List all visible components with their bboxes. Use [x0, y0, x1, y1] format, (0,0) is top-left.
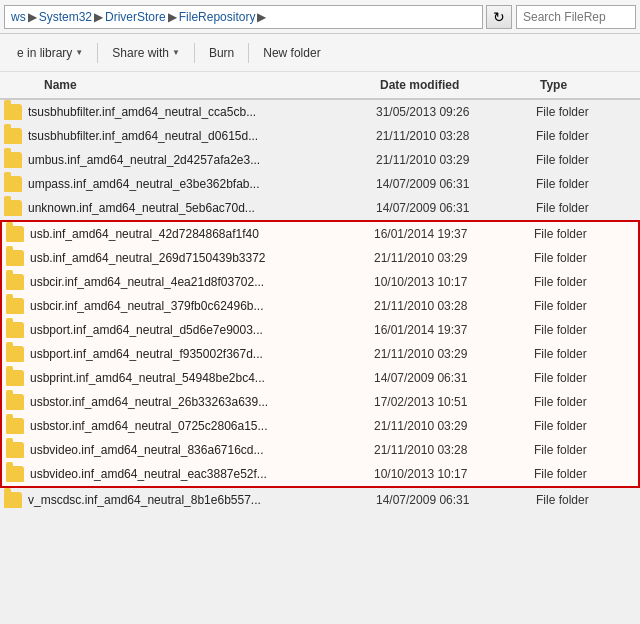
file-name: usbvideo.inf_amd64_neutral_836a6716cd... [30, 443, 374, 457]
file-type: File folder [534, 467, 634, 481]
table-row[interactable]: unknown.inf_amd64_neutral_5eb6ac70d...14… [0, 196, 640, 220]
file-type: File folder [534, 323, 634, 337]
file-type: File folder [534, 395, 634, 409]
path-ws[interactable]: ws [11, 10, 26, 24]
file-name: usbstor.inf_amd64_neutral_26b33263a639..… [30, 395, 374, 409]
folder-icon [4, 128, 22, 144]
file-date: 14/07/2009 06:31 [376, 177, 536, 191]
file-name: usbvideo.inf_amd64_neutral_eac3887e52f..… [30, 467, 374, 481]
new-folder-button[interactable]: New folder [254, 39, 329, 67]
file-name: usbstor.inf_amd64_neutral_0725c2806a15..… [30, 419, 374, 433]
folder-icon [6, 442, 24, 458]
file-type: File folder [534, 275, 634, 289]
file-type: File folder [536, 177, 636, 191]
folder-icon [6, 394, 24, 410]
table-row[interactable]: tsusbhubfilter.inf_amd64_neutral_cca5cb.… [0, 100, 640, 124]
file-list: tsusbhubfilter.inf_amd64_neutral_cca5cb.… [0, 100, 640, 624]
folder-icon [6, 346, 24, 362]
file-date: 14/07/2009 06:31 [376, 201, 536, 215]
file-name: unknown.inf_amd64_neutral_5eb6ac70d... [28, 201, 376, 215]
file-date: 16/01/2014 19:37 [374, 323, 534, 337]
file-type: File folder [534, 347, 634, 361]
table-row[interactable]: usbport.inf_amd64_neutral_d5d6e7e9003...… [2, 318, 638, 342]
table-row[interactable]: usbprint.inf_amd64_neutral_54948be2bc4..… [2, 366, 638, 390]
folder-icon [4, 152, 22, 168]
col-header-name[interactable]: Name [4, 78, 380, 92]
folder-icon [4, 176, 22, 192]
folder-icon [6, 466, 24, 482]
folder-icon [4, 200, 22, 216]
toolbar: e in library ▼ Share with ▼ Burn New fol… [0, 34, 640, 72]
refresh-button[interactable]: ↻ [486, 5, 512, 29]
table-row[interactable]: v_mscdsc.inf_amd64_neutral_8b1e6b557...1… [0, 488, 640, 512]
file-date: 10/10/2013 10:17 [374, 467, 534, 481]
file-type: File folder [536, 493, 636, 507]
file-date: 21/11/2010 03:29 [374, 251, 534, 265]
file-date: 16/01/2014 19:37 [374, 227, 534, 241]
file-date: 21/11/2010 03:28 [374, 443, 534, 457]
toolbar-divider-1 [97, 43, 98, 63]
file-type: File folder [534, 443, 634, 457]
address-bar: ws ▶ System32 ▶ DriverStore ▶ FileReposi… [0, 0, 640, 34]
organize-arrow-icon: ▼ [75, 48, 83, 57]
file-name: usb.inf_amd64_neutral_269d7150439b3372 [30, 251, 374, 265]
folder-icon [4, 492, 22, 508]
path-filerepository[interactable]: FileRepository [179, 10, 256, 24]
file-type: File folder [536, 105, 636, 119]
file-name: usbport.inf_amd64_neutral_d5d6e7e9003... [30, 323, 374, 337]
table-row[interactable]: usb.inf_amd64_neutral_42d7284868af1f4016… [2, 222, 638, 246]
file-date: 10/10/2013 10:17 [374, 275, 534, 289]
table-row[interactable]: usbvideo.inf_amd64_neutral_836a6716cd...… [2, 438, 638, 462]
table-row[interactable]: usbcir.inf_amd64_neutral_4ea21d8f03702..… [2, 270, 638, 294]
toolbar-divider-2 [194, 43, 195, 63]
share-arrow-icon: ▼ [172, 48, 180, 57]
table-row[interactable]: tsusbhubfilter.inf_amd64_neutral_d0615d.… [0, 124, 640, 148]
table-row[interactable]: usbstor.inf_amd64_neutral_26b33263a639..… [2, 390, 638, 414]
folder-icon [4, 104, 22, 120]
table-row[interactable]: usbstor.inf_amd64_neutral_0725c2806a15..… [2, 414, 638, 438]
file-name: umbus.inf_amd64_neutral_2d4257afa2e3... [28, 153, 376, 167]
burn-button[interactable]: Burn [200, 39, 243, 67]
folder-icon [6, 226, 24, 242]
file-name: tsusbhubfilter.inf_amd64_neutral_d0615d.… [28, 129, 376, 143]
table-row[interactable]: usb.inf_amd64_neutral_269d7150439b337221… [2, 246, 638, 270]
file-name: umpass.inf_amd64_neutral_e3be362bfab... [28, 177, 376, 191]
file-name: usb.inf_amd64_neutral_42d7284868af1f40 [30, 227, 374, 241]
col-header-date[interactable]: Date modified [380, 78, 540, 92]
organize-button[interactable]: e in library ▼ [8, 39, 92, 67]
path-system32[interactable]: System32 [39, 10, 92, 24]
address-path[interactable]: ws ▶ System32 ▶ DriverStore ▶ FileReposi… [4, 5, 483, 29]
file-date: 17/02/2013 10:51 [374, 395, 534, 409]
file-date: 31/05/2013 09:26 [376, 105, 536, 119]
file-type: File folder [534, 227, 634, 241]
path-driverstore[interactable]: DriverStore [105, 10, 166, 24]
folder-icon [6, 322, 24, 338]
file-type: File folder [536, 201, 636, 215]
file-date: 21/11/2010 03:29 [374, 347, 534, 361]
file-type: File folder [534, 299, 634, 313]
file-type: File folder [534, 371, 634, 385]
table-row[interactable]: usbport.inf_amd64_neutral_f935002f367d..… [2, 342, 638, 366]
file-name: usbcir.inf_amd64_neutral_4ea21d8f03702..… [30, 275, 374, 289]
search-input[interactable] [516, 5, 636, 29]
file-date: 21/11/2010 03:28 [374, 299, 534, 313]
table-row[interactable]: umbus.inf_amd64_neutral_2d4257afa2e3...2… [0, 148, 640, 172]
file-date: 21/11/2010 03:29 [376, 153, 536, 167]
file-date: 21/11/2010 03:28 [376, 129, 536, 143]
file-date: 14/07/2009 06:31 [376, 493, 536, 507]
file-name: usbport.inf_amd64_neutral_f935002f367d..… [30, 347, 374, 361]
file-name: usbcir.inf_amd64_neutral_379fb0c62496b..… [30, 299, 374, 313]
file-name: v_mscdsc.inf_amd64_neutral_8b1e6b557... [28, 493, 376, 507]
col-header-type[interactable]: Type [540, 78, 640, 92]
folder-icon [6, 370, 24, 386]
column-headers: Name Date modified Type [0, 72, 640, 100]
table-row[interactable]: usbcir.inf_amd64_neutral_379fb0c62496b..… [2, 294, 638, 318]
share-with-button[interactable]: Share with ▼ [103, 39, 189, 67]
toolbar-divider-3 [248, 43, 249, 63]
file-type: File folder [534, 419, 634, 433]
folder-icon [6, 298, 24, 314]
folder-icon [6, 418, 24, 434]
table-row[interactable]: usbvideo.inf_amd64_neutral_eac3887e52f..… [2, 462, 638, 486]
table-row[interactable]: umpass.inf_amd64_neutral_e3be362bfab...1… [0, 172, 640, 196]
file-name: tsusbhubfilter.inf_amd64_neutral_cca5cb.… [28, 105, 376, 119]
